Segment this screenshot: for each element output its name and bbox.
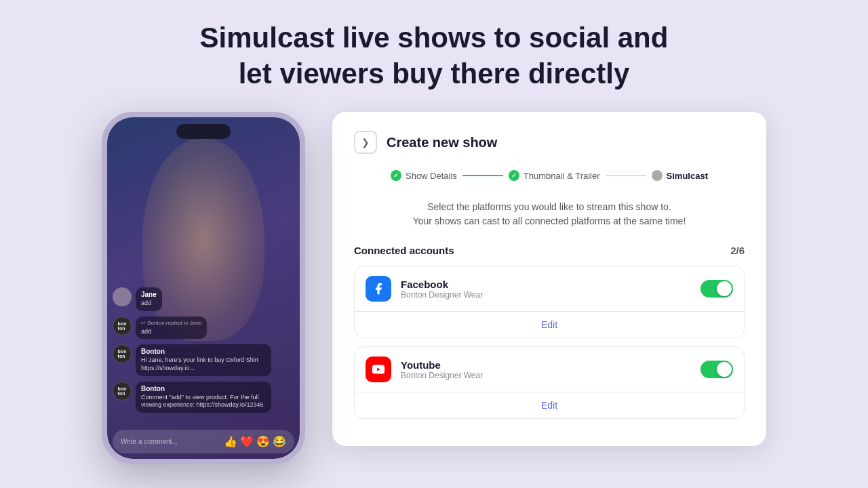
chat-text: add — [141, 328, 201, 336]
step-label-thumbnail: Thumbnail & Trailer — [524, 171, 600, 181]
comment-bar: Write a comment... 👍 ❤️ 😍 😂 — [113, 430, 294, 453]
avatar: bonton — [113, 317, 132, 336]
step-label-simulcast: Simulcast — [667, 171, 708, 181]
chat-author: Jane — [141, 291, 157, 298]
chat-text: add — [141, 300, 157, 308]
youtube-account-card: Youtube Bonton Designer Wear Edit — [354, 346, 745, 419]
phone-frame: Jane add bonton ↩ Bonton replied to Jane… — [102, 112, 305, 464]
phone-notch — [176, 124, 231, 139]
create-show-panel: ❯ Create new show Show Details Thumbnail… — [332, 112, 766, 446]
step-line-2 — [606, 175, 646, 176]
chat-overlay: Jane add bonton ↩ Bonton replied to Jane… — [113, 287, 294, 418]
emoji-heart: ❤️ — [240, 435, 254, 448]
facebook-account-card: Facebook Bonton Designer Wear Edit — [354, 266, 745, 338]
chat-author: Bonton — [141, 348, 266, 355]
stepper: Show Details Thumbnail & Trailer Simulca… — [354, 170, 745, 181]
accounts-header: Connected accounts 2/6 — [354, 245, 745, 256]
panel-wrapper: ❯ Create new show Show Details Thumbnail… — [332, 112, 766, 446]
step-line-1 — [462, 175, 503, 176]
emoji-like: 👍 — [224, 435, 237, 448]
emoji-row: 👍 ❤️ 😍 😂 — [224, 435, 286, 448]
list-item: bonton Bonton Hi Jane, here's your link … — [113, 344, 294, 375]
step-label-show-details: Show Details — [406, 171, 457, 181]
emoji-laugh: 😂 — [273, 435, 286, 448]
account-card-main-youtube: Youtube Bonton Designer Wear — [355, 347, 744, 392]
step-show-details: Show Details — [391, 170, 457, 181]
facebook-icon — [366, 276, 391, 302]
youtube-icon — [366, 357, 391, 382]
youtube-platform-account: Bonton Designer Wear — [401, 371, 691, 380]
content-area: Jane add bonton ↩ Bonton replied to Jane… — [0, 105, 868, 464]
phone-screen: Jane add bonton ↩ Bonton replied to Jane… — [107, 117, 300, 459]
facebook-platform-info: Facebook Bonton Designer Wear — [401, 279, 691, 300]
headline-line1: Simulcast live shows to social and — [200, 22, 669, 54]
avatar: bonton — [113, 344, 132, 363]
facebook-edit-button[interactable]: Edit — [355, 311, 744, 338]
connected-accounts-label: Connected accounts — [354, 245, 454, 256]
chat-bubble: Bonton Comment "add" to view product. Fo… — [136, 382, 271, 413]
step-dot-inactive — [652, 170, 663, 181]
chat-bubble: Bonton Hi Jane, here's your link to buy … — [136, 344, 271, 375]
facebook-platform-name: Facebook — [401, 279, 691, 290]
chat-bubble: Jane add — [136, 287, 162, 311]
avatar: bonton — [113, 382, 132, 401]
comment-placeholder: Write a comment... — [121, 438, 178, 445]
chat-text: Hi Jane, here's your link to buy Oxford … — [141, 357, 266, 372]
facebook-edit-label: Edit — [541, 319, 557, 330]
youtube-edit-label: Edit — [541, 400, 557, 411]
facebook-platform-account: Bonton Designer Wear — [401, 290, 691, 300]
facebook-toggle[interactable] — [701, 280, 733, 298]
reply-indicator: ↩ Bonton replied to Jane — [141, 320, 201, 326]
headline: Simulcast live shows to social and let v… — [0, 0, 868, 105]
headline-line2: let viewers buy there directly — [239, 58, 630, 89]
emoji-wow: 😍 — [256, 435, 270, 448]
back-button[interactable]: ❯ — [354, 131, 377, 154]
youtube-toggle[interactable] — [701, 361, 733, 378]
desc-line2: Your shows can cast to all connected pla… — [413, 216, 686, 226]
chat-author: Bonton — [141, 385, 266, 392]
step-dot-completed — [391, 170, 401, 181]
account-card-main-facebook: Facebook Bonton Designer Wear — [355, 266, 744, 311]
youtube-platform-info: Youtube Bonton Designer Wear — [401, 359, 691, 380]
step-dot-completed-2 — [509, 170, 519, 181]
desc-line1: Select the platforms you would like to s… — [427, 201, 671, 212]
panel-title: Create new show — [387, 135, 497, 150]
chat-text: Comment "add" to view product. For the f… — [141, 394, 266, 409]
step-thumbnail-trailer: Thumbnail & Trailer — [509, 170, 600, 181]
chat-bubble: ↩ Bonton replied to Jane add — [136, 317, 207, 340]
youtube-edit-button[interactable]: Edit — [355, 392, 744, 418]
phone-mockup: Jane add bonton ↩ Bonton replied to Jane… — [102, 112, 305, 464]
youtube-platform-name: Youtube — [401, 359, 691, 371]
list-item: bonton ↩ Bonton replied to Jane add — [113, 317, 294, 340]
list-item: Jane add — [113, 287, 294, 311]
avatar — [113, 287, 132, 306]
connected-accounts-count: 2/6 — [730, 245, 745, 256]
step-simulcast: Simulcast — [652, 170, 708, 181]
list-item: bonton Bonton Comment "add" to view prod… — [113, 382, 294, 413]
chevron-right-icon: ❯ — [361, 137, 370, 148]
panel-description: Select the platforms you would like to s… — [354, 200, 745, 228]
panel-header: ❯ Create new show — [354, 131, 745, 154]
